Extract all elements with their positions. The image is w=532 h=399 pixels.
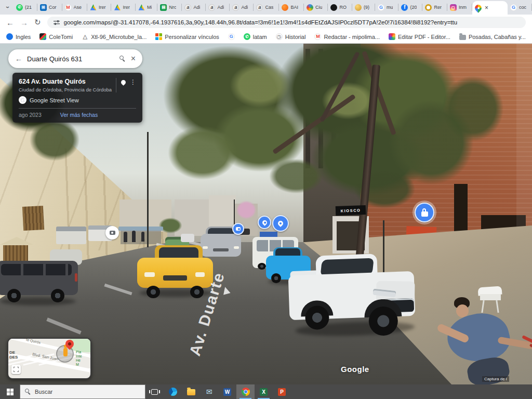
photo-poi-icon[interactable]: [232, 223, 244, 235]
minimap-area-label: DE DES: [9, 350, 18, 360]
instagram-icon: ▢: [450, 4, 457, 11]
place-pin-poi-icon[interactable]: [272, 215, 289, 232]
taskbar-search-placeholder: Buscar: [35, 389, 52, 395]
pedestrian-foreground: [436, 296, 532, 384]
tab[interactable]: Irer: [111, 0, 135, 15]
back-icon[interactable]: ←: [6, 18, 14, 27]
history-clock-icon: ◷: [276, 33, 283, 40]
tab[interactable]: f(20: [398, 0, 422, 15]
tab-overflow-chevron-icon[interactable]: ›: [2, 0, 14, 15]
pegman[interactable]: [63, 348, 68, 356]
tab[interactable]: ✆(21: [14, 0, 37, 15]
bookmark-item[interactable]: ColeTomi: [39, 33, 73, 40]
google-icon: G: [228, 33, 235, 40]
dark-suv: [0, 256, 79, 307]
forward-icon[interactable]: →: [20, 18, 28, 27]
tab[interactable]: MAse: [62, 0, 88, 15]
place-subtitle: Ciudad de Córdoba, Provincia de Córdoba: [19, 87, 112, 92]
taskbar-app-chrome[interactable]: [236, 384, 255, 399]
more-options-icon[interactable]: ⋮: [130, 79, 136, 85]
taskbar-apps: ✉WXP: [145, 384, 291, 399]
gold-ring-icon: [425, 4, 432, 11]
minimap-expand-icon[interactable]: [11, 365, 21, 374]
store-poi-icon[interactable]: [415, 203, 434, 222]
tab[interactable]: ▤Nrc: [157, 0, 182, 15]
bookmark-item[interactable]: △Xtl-96_Microtube_la...: [82, 33, 147, 40]
transit-poi-icon[interactable]: [105, 226, 119, 240]
tab[interactable]: aAdi: [230, 0, 254, 15]
google-logo-icon: G: [19, 96, 26, 104]
tab[interactable]: Rer: [422, 0, 447, 15]
bookmark-item[interactable]: MRedactar - mipolima...: [314, 33, 380, 40]
place-pin-poi-icon[interactable]: [258, 216, 271, 229]
bookmark-label: Historial: [285, 34, 306, 40]
bookmark-label: Xtl-96_Microtube_la...: [91, 34, 147, 40]
bookmark-label: Posadas, Cabañas y...: [469, 34, 526, 40]
tab[interactable]: aCas: [254, 0, 279, 15]
tab[interactable]: Gcoc: [508, 0, 532, 15]
provider-label: Google Street View: [30, 97, 79, 103]
taskbar-app-mail[interactable]: ✉: [200, 384, 218, 399]
reload-icon[interactable]: ↻: [34, 18, 41, 27]
search-back-icon[interactable]: ←: [15, 55, 22, 63]
tab[interactable]: (9): [352, 0, 375, 15]
blue-circle-icon: [6, 33, 13, 40]
tab[interactable]: Ciu: [304, 0, 328, 15]
start-button[interactable]: [0, 384, 20, 399]
tab-close-icon[interactable]: ×: [485, 4, 488, 11]
outlook-icon: ▣: [40, 4, 47, 11]
maps-search-box[interactable]: ← Duarte Quirós 631 ×: [8, 49, 142, 68]
tab-active-maps[interactable]: ×: [472, 1, 508, 15]
tab[interactable]: ▣Cor: [37, 0, 62, 15]
search-clear-icon[interactable]: ×: [131, 55, 136, 63]
street-view-canvas[interactable]: Garage Av. Duarte: [0, 44, 532, 384]
bookmark-item[interactable]: ◷Historial: [276, 33, 306, 40]
minimap[interactable]: te Quirós Blvd. San Juan DE DES Pla Inte…: [7, 338, 91, 379]
whatsapp-icon: ✆: [16, 4, 23, 11]
tab[interactable]: Mi: [136, 0, 157, 15]
windows-taskbar: Buscar ✉WXP: [0, 384, 532, 399]
edge-icon: [169, 388, 177, 396]
tab[interactable]: aAdi: [182, 0, 206, 15]
tab-label: Adi: [241, 5, 248, 10]
tab-label: Cor: [49, 5, 57, 10]
tab[interactable]: ▢Inm: [447, 0, 472, 15]
whatsapp-icon: ✆: [244, 33, 250, 40]
excel-icon: X: [260, 388, 268, 396]
tab-label: mu: [387, 5, 393, 10]
tab[interactable]: Irer: [87, 0, 111, 15]
search-input[interactable]: Duarte Quirós 631: [27, 55, 115, 63]
url-text[interactable]: google.com/maps/@-31.417078,-64.1937616,…: [64, 19, 458, 25]
address-bar[interactable]: google.com/maps/@-31.417078,-64.1937616,…: [47, 17, 526, 28]
taskbar-app-task-view[interactable]: [145, 384, 164, 399]
site-settings-icon[interactable]: [54, 20, 60, 25]
taskbar-app-edge[interactable]: [164, 384, 182, 399]
tab[interactable]: BAI: [279, 0, 304, 15]
tab-label: Ciu: [315, 5, 323, 10]
more-dates-link[interactable]: Ver más fechas: [60, 112, 98, 118]
bookmark-item[interactable]: Ingles: [6, 33, 31, 40]
tab[interactable]: aAdi: [206, 0, 230, 15]
tab-label: Rer: [434, 5, 442, 10]
tab-label: (9): [364, 5, 369, 10]
taskbar-app-excel[interactable]: X: [255, 384, 273, 399]
bookmark-item[interactable]: Posadas, Cabañas y...: [459, 34, 526, 40]
bookmark-item[interactable]: G: [228, 33, 235, 40]
taskbar-app-word[interactable]: W: [218, 384, 236, 399]
maps-icon: [473, 3, 483, 12]
bookmark-item[interactable]: ✆latam: [244, 33, 267, 40]
rainbow-icon: [389, 33, 395, 40]
map-pin-icon[interactable]: [120, 79, 127, 86]
taskbar-app-powerpoint[interactable]: P: [273, 384, 291, 399]
taskbar-app-file-explorer[interactable]: [182, 384, 200, 399]
search-icon[interactable]: [119, 56, 126, 62]
tab[interactable]: Gmu: [375, 0, 399, 15]
sheets-icon: ▤: [160, 4, 167, 11]
taskbar-search[interactable]: Buscar: [20, 384, 145, 399]
bookmark-item[interactable]: Personalizar vínculos: [155, 33, 219, 40]
tab[interactable]: RO: [328, 0, 352, 15]
bookmark-label: Editar PDF - Editor...: [398, 34, 450, 40]
pink-blossom-tree: [233, 197, 260, 222]
tab-label: coc: [519, 5, 526, 10]
bookmark-item[interactable]: Editar PDF - Editor...: [389, 33, 450, 40]
